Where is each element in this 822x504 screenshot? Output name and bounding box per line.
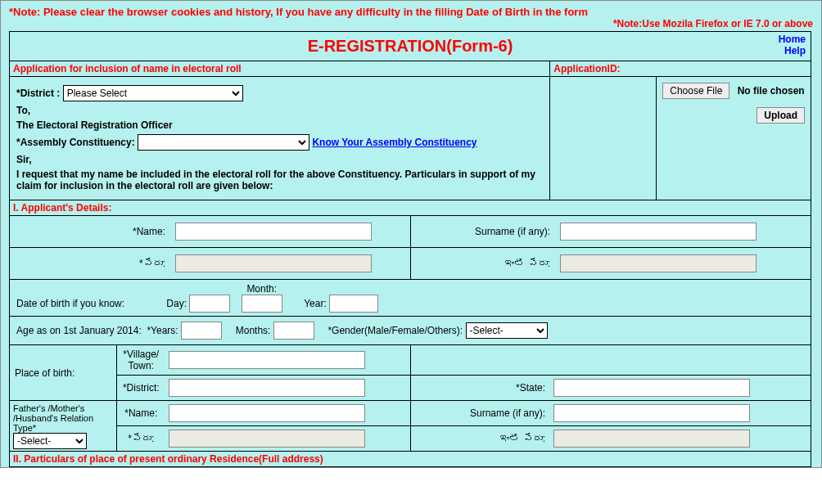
relation-type-label: Father's /Mother's /Husband's Relation T… xyxy=(13,403,113,433)
surname2-label: Surname (if any): xyxy=(411,401,550,426)
day-label: Day: xyxy=(166,298,187,309)
note-browser: *Note:Use Mozila Firefox or IE 7.0 or ab… xyxy=(1,18,821,31)
peru2-label: *పేరు: xyxy=(116,426,165,452)
district2-label: *District: xyxy=(116,376,165,401)
peru2-input[interactable] xyxy=(169,430,365,448)
relation-type-select[interactable]: -Select- xyxy=(13,433,87,449)
state-label: *State: xyxy=(411,376,550,401)
gender-select[interactable]: -Select- xyxy=(466,322,548,339)
home-link[interactable]: Home xyxy=(779,34,806,45)
district2-input[interactable] xyxy=(169,379,365,397)
sir-line: Sir, xyxy=(16,154,543,165)
surname-label: Surname (if any): xyxy=(416,219,555,244)
request-text: I request that my name be included in th… xyxy=(16,169,543,191)
file-chosen-text: No file chosen xyxy=(738,85,805,97)
upload-button[interactable]: Upload xyxy=(757,107,805,124)
choose-file-button[interactable]: Choose File xyxy=(662,83,729,99)
photo-placeholder xyxy=(550,77,657,200)
village-input[interactable] xyxy=(169,351,365,369)
to-line: To, xyxy=(16,105,543,116)
know-constituency-link[interactable]: Know Your Assembly Constituency xyxy=(312,137,476,148)
district-label: *District : xyxy=(16,88,60,99)
peru-input[interactable] xyxy=(175,254,372,272)
district-select[interactable]: Please Select xyxy=(63,85,243,101)
village-label: *Village/ Town: xyxy=(116,345,165,376)
months-label: Months: xyxy=(236,325,271,336)
day-input[interactable] xyxy=(189,295,230,313)
intiperu2-label: ఇంటి పేరు: xyxy=(411,426,550,452)
age-label: Age as on 1st January 2014: xyxy=(16,325,142,336)
section1-header: I. Applicant's Details: xyxy=(10,200,811,216)
name2-label: *Name: xyxy=(116,401,165,426)
month-label: Month: xyxy=(242,283,282,295)
years-label: *Years: xyxy=(147,325,178,336)
place-label: Place of birth: xyxy=(10,345,116,400)
intiperu2-input[interactable] xyxy=(553,430,750,448)
page-title: E-REGISTRATION(Form-6) xyxy=(308,37,513,55)
peru-label: *పేరు: xyxy=(15,251,170,276)
officer-line: The Electoral Registration Officer xyxy=(16,119,543,131)
help-link[interactable]: Help xyxy=(779,45,806,56)
years-input[interactable] xyxy=(181,322,222,340)
note-cookies: *Note: Please clear the browser cookies … xyxy=(1,4,821,18)
section2-header: II. Particulars of place of present ordi… xyxy=(10,452,811,467)
year-label: Year: xyxy=(304,298,327,309)
months-input[interactable] xyxy=(273,322,314,340)
month-input[interactable] xyxy=(242,295,282,313)
dob-label: Date of birth if you know: xyxy=(16,298,164,309)
name2-input[interactable] xyxy=(169,404,365,422)
name-label: *Name: xyxy=(15,219,170,244)
surname-input[interactable] xyxy=(560,223,757,241)
name-input[interactable] xyxy=(175,223,372,241)
year-input[interactable] xyxy=(329,295,378,313)
assembly-select[interactable] xyxy=(138,134,309,151)
intiperu-label: ఇంటి పేరు: xyxy=(416,251,555,276)
intiperu-input[interactable] xyxy=(560,254,757,272)
app-header-right: ApplicationID: xyxy=(550,61,811,77)
app-header-left: Application for inclusion of name in ele… xyxy=(10,61,550,77)
state-input[interactable] xyxy=(553,379,750,397)
assembly-label: *Assembly Constituency: xyxy=(16,137,135,148)
gender-label: *Gender(Male/Female/Others): xyxy=(327,325,463,336)
surname2-input[interactable] xyxy=(553,404,750,422)
